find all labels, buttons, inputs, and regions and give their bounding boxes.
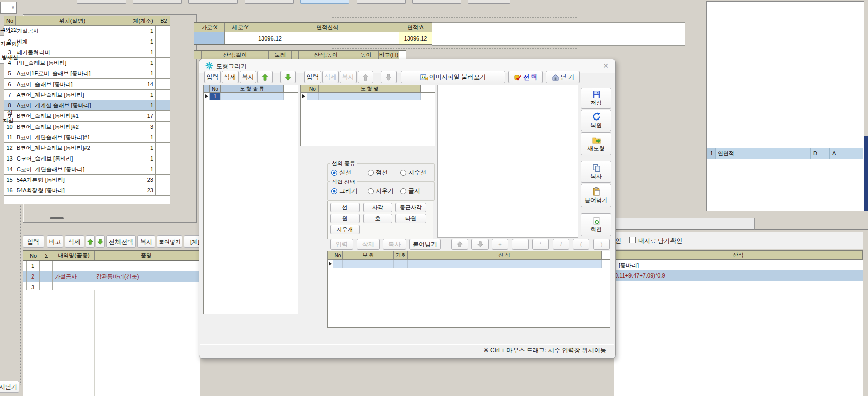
- location-row[interactable]: 3폐기물처리비1: [4, 47, 170, 58]
- copy-shape-button[interactable]: 복사: [581, 161, 611, 183]
- location-row[interactable]: 5A코어1F로비_슬래브 [동바리]1: [4, 68, 170, 79]
- shape-name-table[interactable]: No 도 형 명: [300, 85, 435, 146]
- cell-shape-type[interactable]: [221, 93, 284, 100]
- shape-name-row[interactable]: [301, 93, 435, 100]
- type-delete-button[interactable]: 삭제: [222, 71, 239, 83]
- boq-row[interactable]: 1: [23, 261, 200, 271]
- top-tab-fragment[interactable]: [245, 0, 294, 4]
- location-row[interactable]: 9B코어_슬래브 [동바리]#117: [4, 111, 170, 122]
- cell-formula[interactable]: 13096.12: [256, 32, 399, 44]
- top-tab-fragment[interactable]: [357, 0, 406, 4]
- name-move-up-button[interactable]: [358, 71, 373, 83]
- top-tab-fragment[interactable]: [188, 0, 238, 4]
- formula-row[interactable]: 0.11+9.47+7.09)*0.9: [614, 270, 863, 281]
- rect-shape-button[interactable]: 사각: [363, 203, 392, 212]
- operator-plus-button[interactable]: +: [492, 239, 508, 250]
- formula-input-button[interactable]: 입력: [330, 239, 353, 250]
- paste-shape-button[interactable]: 붙여넣기: [581, 184, 611, 207]
- top-tab-fragment[interactable]: [412, 0, 461, 4]
- location-row[interactable]: 10B코어_슬래브 [동바리]#23: [4, 122, 170, 132]
- location-row[interactable]: 7A코어_계단슬래브 [동바리]1: [4, 90, 170, 100]
- eraser-button[interactable]: 지우개: [330, 225, 360, 234]
- boq-delete-button[interactable]: 삭제: [65, 235, 84, 248]
- close-icon[interactable]: ✕: [600, 61, 611, 71]
- type-input-button[interactable]: 입력: [204, 71, 221, 83]
- radio-dotted-line[interactable]: 점선: [368, 168, 388, 177]
- boq-remark-button[interactable]: 비고: [47, 235, 63, 248]
- formula-delete-button[interactable]: 삭제: [357, 239, 380, 250]
- clipped-close-button[interactable]: 사닫기: [0, 381, 19, 393]
- operator-multiply-button[interactable]: *: [532, 239, 549, 250]
- type-move-up-button[interactable]: [257, 71, 273, 83]
- name-delete-button[interactable]: 삭제: [322, 71, 339, 83]
- location-row[interactable]: 14C코어_계단슬래브 [동바리]1: [4, 164, 170, 175]
- radio-text[interactable]: 글자: [400, 187, 420, 195]
- boq-paste-button[interactable]: 붙여넣기: [157, 235, 182, 248]
- type-move-down-button[interactable]: [280, 71, 296, 83]
- cell-formula[interactable]: [408, 260, 602, 268]
- boq-move-up-button[interactable]: [86, 235, 95, 248]
- restore-button[interactable]: 복원: [581, 110, 611, 131]
- formula-move-down-button[interactable]: [471, 239, 489, 250]
- new-shape-button[interactable]: 새도형: [581, 132, 611, 155]
- location-row[interactable]: 11B코어_계단슬래브 [동바리]#11: [4, 132, 170, 143]
- circle-shape-button[interactable]: 원: [330, 214, 360, 223]
- boq-row[interactable]: 2가설공사강관동바리(건축): [23, 271, 200, 282]
- location-row[interactable]: 2비계1: [4, 36, 170, 47]
- formula-copy-button[interactable]: 복사: [383, 239, 406, 250]
- cell-symbol[interactable]: [394, 260, 408, 268]
- arc-shape-button[interactable]: 호: [363, 214, 392, 223]
- location-row[interactable]: 1654A확장형 [동바리]23: [4, 185, 170, 196]
- cell-part[interactable]: [343, 260, 394, 268]
- location-row[interactable]: 1554A기본형 [동바리]23: [4, 175, 170, 185]
- boq-copy-button[interactable]: 복사: [137, 235, 155, 248]
- radio-dimension-line[interactable]: 치수선: [400, 168, 426, 177]
- operator-open-paren-button[interactable]: (: [573, 239, 589, 250]
- horizontal-scrollbar-thumb[interactable]: [50, 217, 64, 219]
- top-tab-fragment[interactable]: [468, 0, 510, 4]
- rounded-rect-shape-button[interactable]: 둥근사각: [395, 203, 426, 212]
- formula-move-up-button[interactable]: [451, 239, 468, 250]
- formula-table-row[interactable]: [328, 260, 610, 268]
- gfa-row[interactable]: 1 연면적 D A: [707, 148, 863, 159]
- shape-type-table[interactable]: No 도 형 종 류 1: [203, 85, 298, 314]
- radio-solid-line[interactable]: 실선: [331, 168, 351, 177]
- load-image-button[interactable]: 이미지파일 불러오기: [401, 71, 505, 83]
- operator-minus-button[interactable]: -: [512, 239, 529, 250]
- operator-divide-button[interactable]: /: [553, 239, 569, 250]
- location-row[interactable]: 13C코어_슬래브 [동바리]1: [4, 153, 170, 164]
- location-row[interactable]: 6A코어_슬래브 [동바리]14: [4, 79, 170, 90]
- ellipse-shape-button[interactable]: 타원: [395, 214, 426, 223]
- location-row[interactable]: 8A코어_기계실 슬래브 [동바리]1: [4, 100, 170, 111]
- radio-erase[interactable]: 지우기: [368, 187, 394, 195]
- clipped-dropdown[interactable]: ∨: [0, 2, 17, 14]
- cell-x[interactable]: [194, 32, 225, 44]
- scrollbar-strip[interactable]: [864, 136, 868, 211]
- operator-close-paren-button[interactable]: ): [593, 239, 610, 250]
- shape-type-row[interactable]: 1: [204, 93, 298, 100]
- dialog-formula-table[interactable]: No 부 위 기호 산 식: [327, 251, 610, 328]
- location-row[interactable]: 12B코어_계단슬래브 [동바리]#21: [4, 143, 170, 153]
- cell-shape-name[interactable]: [319, 93, 421, 100]
- select-button[interactable]: 선 택: [508, 71, 543, 83]
- location-row[interactable]: 4PIT_슬래브 [동바리]1: [4, 58, 170, 68]
- cell-y[interactable]: [225, 32, 256, 44]
- save-button[interactable]: 저장: [581, 88, 611, 109]
- own-data-checkbox[interactable]: [629, 237, 636, 243]
- top-tab-fragment[interactable]: [300, 0, 349, 4]
- area-table-row[interactable]: 13096.12 13096.12: [194, 32, 432, 44]
- formula-row[interactable]: [614, 281, 863, 291]
- drawing-canvas[interactable]: [437, 85, 578, 238]
- formula-row[interactable]: [동바리]: [614, 260, 863, 271]
- name-copy-button[interactable]: 복사: [340, 71, 357, 83]
- boq-move-down-button[interactable]: [96, 235, 105, 248]
- boq-input-button[interactable]: 입력: [23, 235, 44, 248]
- radio-draw[interactable]: 그리기: [331, 187, 358, 195]
- type-copy-button[interactable]: 복사: [240, 71, 256, 83]
- rotate-button[interactable]: 회전: [581, 213, 611, 236]
- dialog-close-button[interactable]: 닫 기: [546, 71, 580, 83]
- location-row[interactable]: 1가설공사1: [4, 26, 170, 36]
- top-tab-fragment[interactable]: [77, 0, 126, 4]
- name-move-down-button[interactable]: [381, 71, 397, 83]
- formula-paste-button[interactable]: 붙여넣기: [409, 239, 441, 250]
